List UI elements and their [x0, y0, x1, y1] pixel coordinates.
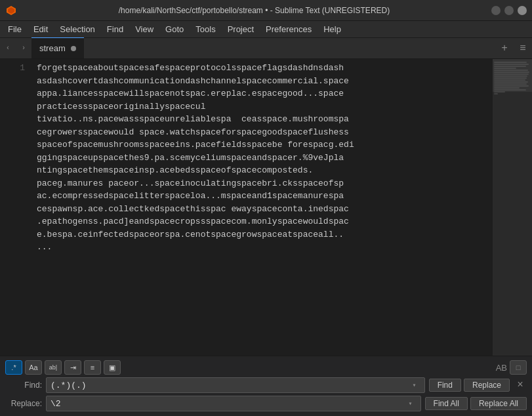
- tabbar: ‹ › stream + ≡: [0, 38, 532, 59]
- menu-file[interactable]: File: [3, 23, 27, 35]
- minimize-button[interactable]: [491, 6, 501, 15]
- replace-label: Replace:: [5, 399, 42, 408]
- close-button[interactable]: [518, 6, 527, 15]
- minimap[interactable]: [493, 59, 532, 356]
- replace-button[interactable]: Replace: [464, 379, 510, 392]
- active-tab[interactable]: stream: [31, 37, 84, 58]
- find-toolbar: .* Aa ab| ⇥ ≡ ▣ AB □: [5, 360, 527, 375]
- highlight-toggle[interactable]: ≡: [84, 360, 101, 375]
- wrap-toggle[interactable]: ⇥: [64, 360, 81, 375]
- find-label: Find:: [5, 381, 42, 390]
- tab-spacer: [84, 38, 495, 58]
- menu-tools[interactable]: Tools: [190, 23, 220, 35]
- menu-project[interactable]: Project: [222, 23, 259, 35]
- find-replace-inputs: Find: ▾ Find Replace × Replace: ▾ Find A…: [5, 377, 527, 411]
- find-buttons: Find Replace ×: [429, 379, 527, 392]
- menu-find[interactable]: Find: [102, 23, 129, 35]
- line-numbers: 1: [0, 59, 31, 356]
- find-input[interactable]: [51, 381, 409, 390]
- whole-word-toggle[interactable]: ab|: [45, 360, 62, 375]
- replace-input[interactable]: [51, 399, 405, 409]
- replace-input-wrap[interactable]: ▾: [46, 396, 421, 411]
- tab-scroll-left[interactable]: ‹: [0, 38, 16, 58]
- menu-edit[interactable]: Edit: [28, 23, 53, 35]
- app-logo: [5, 5, 17, 16]
- replace-dropdown[interactable]: ▾: [405, 396, 417, 411]
- replace-buttons: Find All Replace All: [425, 397, 527, 410]
- find-all-button[interactable]: Find All: [425, 397, 468, 410]
- tab-modified-dot: [71, 46, 76, 51]
- ab-wrap-section: AB □: [496, 360, 527, 375]
- maximize-button[interactable]: [504, 6, 514, 15]
- menu-view[interactable]: View: [130, 23, 159, 35]
- menubar: File Edit Selection Find View Goto Tools…: [0, 21, 532, 38]
- editor-area: 1 forgetspaceaboutspacesafespaceprotocol…: [0, 59, 532, 356]
- window-title: /home/kali/NorthSec/ctf/portobello/strea…: [17, 6, 491, 15]
- tab-list-button[interactable]: ≡: [514, 38, 532, 58]
- menu-preferences[interactable]: Preferences: [260, 23, 317, 35]
- menu-goto[interactable]: Goto: [160, 23, 189, 35]
- in-selection-toggle[interactable]: ▣: [104, 360, 121, 375]
- case-sensitive-toggle[interactable]: Aa: [25, 360, 42, 375]
- tab-scroll-right[interactable]: ›: [16, 38, 31, 58]
- window-controls: [491, 6, 527, 15]
- find-row: Find: ▾ Find Replace ×: [5, 377, 527, 393]
- find-button[interactable]: Find: [429, 379, 461, 392]
- menu-help[interactable]: Help: [318, 23, 346, 35]
- replace-all-button[interactable]: Replace All: [470, 397, 527, 410]
- line-number: 1: [0, 62, 25, 75]
- tab-label: stream: [39, 43, 66, 53]
- replace-row: Replace: ▾ Find All Replace All: [5, 396, 527, 411]
- find-replace-bar: .* Aa ab| ⇥ ≡ ▣ AB □ Find: ▾ Find Replac…: [0, 356, 532, 416]
- case-label: AB: [496, 363, 507, 373]
- code-content[interactable]: forgetspaceaboutspacesafespaceprotocolss…: [31, 59, 493, 356]
- close-find-button[interactable]: ×: [514, 379, 527, 392]
- find-input-wrap[interactable]: ▾: [46, 377, 425, 393]
- titlebar: /home/kali/NorthSec/ctf/portobello/strea…: [0, 0, 532, 21]
- new-tab-button[interactable]: +: [495, 38, 514, 58]
- menu-selection[interactable]: Selection: [54, 23, 100, 35]
- find-dropdown[interactable]: ▾: [409, 378, 420, 392]
- wrap-icon[interactable]: □: [510, 360, 527, 375]
- regex-toggle[interactable]: .*: [5, 360, 22, 375]
